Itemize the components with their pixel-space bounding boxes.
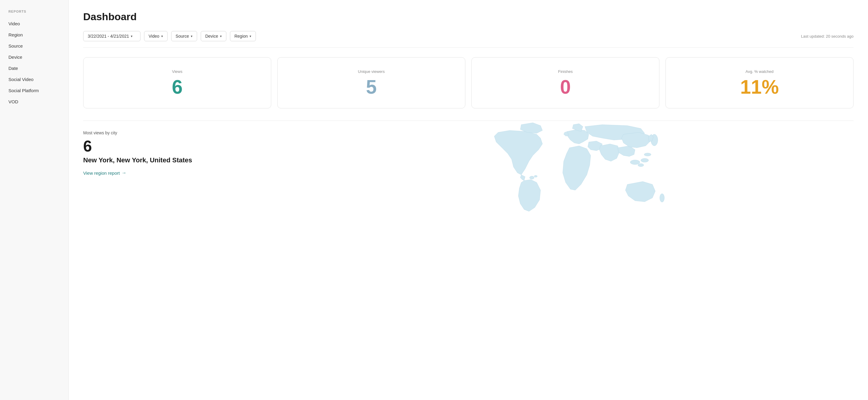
source-chevron-icon: ▾ <box>191 34 193 38</box>
metric-card-finishes: Finishes0 <box>471 57 659 108</box>
world-map-container: .land { fill: #c8e4f0; stroke: #a0cde0; … <box>290 121 868 217</box>
svg-point-1 <box>534 175 537 177</box>
source-filter[interactable]: Source ▾ <box>171 31 197 41</box>
view-region-link[interactable]: View region report → <box>83 170 210 176</box>
sidebar-item-social-video[interactable]: Social Video <box>0 74 68 85</box>
metric-label-unique-viewers: Unique viewers <box>358 69 385 74</box>
source-filter-label: Source <box>176 34 189 39</box>
sidebar-item-video[interactable]: Video <box>0 18 68 29</box>
map-section: Most views by city 6 New York, New York,… <box>83 121 854 217</box>
region-filter-label: Region <box>235 34 248 39</box>
metric-value-unique-viewers: 5 <box>366 77 377 97</box>
svg-point-7 <box>644 153 651 156</box>
sidebar-item-date[interactable]: Date <box>0 63 68 74</box>
sidebar-item-device[interactable]: Device <box>0 52 68 63</box>
metric-card-unique-viewers: Unique viewers5 <box>277 57 465 108</box>
metric-value-finishes: 0 <box>560 77 571 97</box>
video-filter-label: Video <box>149 34 159 39</box>
date-chevron-icon: ▾ <box>131 34 133 38</box>
filters-row: 3/22/2021 - 4/21/2021 ▾ Video ▾ Source ▾… <box>83 31 854 41</box>
metric-card-avg-watched: Avg. % watched11% <box>665 57 854 108</box>
divider <box>83 47 854 47</box>
sidebar-item-region[interactable]: Region <box>0 29 68 40</box>
metric-label-avg-watched: Avg. % watched <box>746 69 774 74</box>
svg-point-5 <box>641 159 649 162</box>
svg-point-2 <box>651 134 658 146</box>
sidebar: REPORTS VideoRegionSourceDeviceDateSocia… <box>0 0 69 400</box>
most-views-label: Most views by city <box>83 130 210 135</box>
metric-value-avg-watched: 11% <box>740 77 779 97</box>
svg-point-6 <box>638 164 644 167</box>
metric-card-views: Views6 <box>83 57 271 108</box>
device-filter-label: Device <box>205 34 218 39</box>
metric-label-views: Views <box>172 69 182 74</box>
metric-label-finishes: Finishes <box>558 69 572 74</box>
metric-value-views: 6 <box>172 77 183 97</box>
view-region-link-label: View region report <box>83 170 120 176</box>
last-updated-label: Last updated: 20 seconds ago <box>801 34 854 39</box>
map-text-panel: Most views by city 6 New York, New York,… <box>83 130 210 176</box>
device-filter[interactable]: Device ▾ <box>201 31 226 41</box>
metric-cards: Views6Unique viewers5Finishes0Avg. % wat… <box>83 57 854 108</box>
sidebar-item-social-platform[interactable]: Social Platform <box>0 85 68 96</box>
svg-point-4 <box>630 160 640 164</box>
sidebar-item-source[interactable]: Source <box>0 40 68 52</box>
city-count: 6 <box>83 138 210 154</box>
svg-point-3 <box>660 194 664 202</box>
sidebar-nav: VideoRegionSourceDeviceDateSocial VideoS… <box>0 18 68 107</box>
device-chevron-icon: ▾ <box>220 34 222 38</box>
date-range-label: 3/22/2021 - 4/21/2021 <box>88 34 129 39</box>
video-filter[interactable]: Video ▾ <box>144 31 167 41</box>
region-chevron-icon: ▾ <box>250 34 251 38</box>
page-title: Dashboard <box>83 11 854 23</box>
main-content: Dashboard 3/22/2021 - 4/21/2021 ▾ Video … <box>69 0 868 400</box>
svg-point-0 <box>530 176 534 179</box>
sidebar-item-vod[interactable]: VOD <box>0 96 68 107</box>
world-map-svg: .land { fill: #c8e4f0; stroke: #a0cde0; … <box>290 121 868 217</box>
region-filter[interactable]: Region ▾ <box>230 31 256 41</box>
video-chevron-icon: ▾ <box>161 34 163 38</box>
sidebar-section-label: REPORTS <box>0 10 68 18</box>
arrow-icon: → <box>121 170 126 176</box>
date-range-filter[interactable]: 3/22/2021 - 4/21/2021 ▾ <box>83 31 141 41</box>
city-name: New York, New York, United States <box>83 156 210 164</box>
